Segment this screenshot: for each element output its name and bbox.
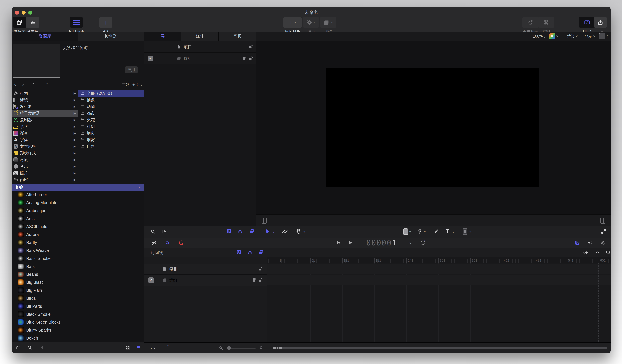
zoom-slider-knob[interactable] [227, 346, 231, 350]
tab-audio[interactable]: 音频 [219, 32, 256, 41]
tab-library[interactable]: 资源库 [12, 32, 78, 41]
name-column-header[interactable]: 名称 ˄ [12, 184, 144, 191]
3d-transform-tool[interactable] [282, 229, 288, 234]
layers-group-row[interactable]: 群组 [144, 53, 256, 64]
show-layers-icon[interactable] [249, 229, 254, 234]
library-category-row[interactable]: 形状样式 [12, 150, 78, 156]
library-category-row[interactable]: 音乐 [12, 163, 78, 170]
library-subcategory-row[interactable]: 科幻 [78, 123, 144, 130]
zoom-out-icon[interactable] [218, 345, 223, 350]
paint-stroke-tool[interactable] [433, 228, 440, 234]
library-subcategory-row[interactable]: 自然 [78, 143, 144, 150]
group-visibility-checkbox[interactable] [148, 56, 153, 61]
loop-playback-icon[interactable] [164, 240, 170, 246]
library-item[interactable]: Bit Parts [12, 302, 144, 310]
library-category-row[interactable]: 字体 [12, 136, 78, 143]
canvas-viewport[interactable] [327, 68, 539, 187]
inspector-toggle-button[interactable] [26, 17, 39, 28]
select-transform-tool[interactable] [265, 229, 271, 234]
snapping-icon[interactable] [595, 250, 600, 255]
back-arrow-icon[interactable]: ‹ [14, 81, 16, 87]
timeline-horizontal-scrollbar[interactable] [273, 347, 607, 349]
zoom-in-icon[interactable] [259, 345, 264, 350]
view-popup[interactable]: 显示˅ [585, 32, 595, 41]
disclosure-arrow-icon[interactable] [74, 171, 76, 175]
timeline-zoom-slider[interactable] [226, 347, 256, 348]
library-category-row[interactable]: 形状 [12, 123, 78, 130]
library-item[interactable]: Analog Modulator [12, 199, 144, 207]
library-subcategory-row[interactable]: 抽象 [78, 97, 144, 103]
library-subcategory-row[interactable]: 动物 [78, 103, 144, 110]
rectangle-tool[interactable] [403, 229, 408, 235]
library-item[interactable]: Blurry Sparks [12, 326, 144, 334]
library-category-row[interactable]: 文本风格 [12, 143, 78, 150]
canvas-zoom-control[interactable]: 100%˄˅ [533, 32, 545, 41]
timeline-track-area[interactable] [267, 263, 611, 343]
chevron-down-icon[interactable]: ˅ [469, 230, 471, 233]
go-to-start-icon[interactable] [336, 240, 341, 245]
library-item[interactable]: Blue Green Blocks [12, 318, 144, 326]
show-checkerboard-icon[interactable] [236, 250, 241, 255]
library-item[interactable]: Beans [12, 270, 144, 278]
chevron-down-icon[interactable]: ˅ [272, 230, 274, 233]
show-checkerboard-icon[interactable] [226, 229, 232, 234]
sort-updown-icon[interactable]: ↕ [46, 81, 48, 86]
disclosure-arrow-icon[interactable] [74, 158, 76, 162]
library-category-row[interactable]: 材质 [12, 156, 78, 163]
library-subcategory-row[interactable]: 都市 [78, 110, 144, 116]
forward-arrow-icon[interactable]: › [22, 81, 24, 87]
list-view-icon[interactable] [136, 345, 141, 350]
share-button[interactable] [594, 17, 607, 28]
zoom-to-playhead-icon[interactable] [605, 250, 611, 255]
search-icon[interactable] [27, 345, 32, 350]
library-subcategory-row[interactable]: 烟雾 [78, 136, 144, 143]
show-layers-icon[interactable] [258, 250, 264, 255]
chevron-down-icon[interactable]: ˅ [409, 241, 411, 245]
pan-hand-tool[interactable] [295, 228, 302, 234]
search-icon[interactable] [150, 229, 155, 234]
library-item[interactable]: Afterburner [12, 191, 144, 199]
tab-layers[interactable]: 层 [144, 32, 181, 41]
new-folder-icon[interactable] [16, 345, 21, 350]
preview-pane-icon[interactable] [38, 345, 43, 350]
disclosure-arrow-icon[interactable] [74, 125, 76, 128]
library-item[interactable]: Basic Smoke [12, 254, 144, 262]
library-category-row[interactable]: 滤镜 [12, 97, 78, 103]
library-item[interactable]: Arcs [12, 214, 144, 223]
library-category-row[interactable]: 发生器 [12, 103, 78, 110]
library-category-row[interactable]: 行为 [12, 90, 78, 97]
disclosure-arrow-icon[interactable] [74, 118, 76, 122]
theme-popup[interactable]: 主题: 全部 ˅ [122, 82, 142, 87]
keyframe-pair-icon[interactable] [583, 250, 588, 255]
lock-open-icon[interactable] [258, 266, 263, 271]
timeline-ruler[interactable]: 161121181241301361421481541601 [267, 257, 611, 263]
library-item[interactable]: Barfly [12, 238, 144, 247]
library-item[interactable]: Bokeh [12, 334, 144, 342]
library-item[interactable]: Birds [12, 294, 144, 302]
library-item[interactable]: Arabesque [12, 207, 144, 214]
apply-button[interactable]: 应用 [125, 66, 138, 73]
library-item[interactable]: Big Blast [12, 278, 144, 286]
library-item[interactable]: Black Smoke [12, 310, 144, 318]
channel-swatch-popup[interactable]: ˅ [549, 32, 558, 41]
chevron-down-icon[interactable]: ˅ [452, 230, 454, 233]
library-category-row[interactable]: 照片 [12, 170, 78, 176]
audio-mute-icon[interactable] [152, 240, 157, 246]
remove-icon[interactable]: - [33, 80, 34, 86]
canvas-mini-timeline[interactable] [256, 214, 611, 226]
project-pane-button[interactable] [70, 17, 83, 28]
disclosure-arrow-icon[interactable] [74, 98, 76, 102]
disclosure-arrow-icon[interactable] [74, 145, 76, 148]
record-keyframes-icon[interactable] [179, 240, 184, 246]
bezier-pen-tool[interactable] [417, 228, 423, 234]
text-tool[interactable]: T [446, 228, 449, 235]
disclosure-arrow-icon[interactable] [74, 152, 76, 155]
lock-open-icon[interactable] [248, 56, 253, 61]
show-keyframes-icon[interactable] [600, 240, 606, 246]
layout-swatch-stepper[interactable]: ˄˅ [599, 32, 608, 41]
audio-enabled-icon[interactable] [588, 240, 593, 246]
disclosure-arrow-icon[interactable] [74, 178, 76, 181]
library-item[interactable]: Aurora [12, 230, 144, 238]
library-subcategory-row[interactable]: 火花 [78, 116, 144, 123]
chevron-down-icon[interactable]: ˅ [409, 230, 411, 233]
